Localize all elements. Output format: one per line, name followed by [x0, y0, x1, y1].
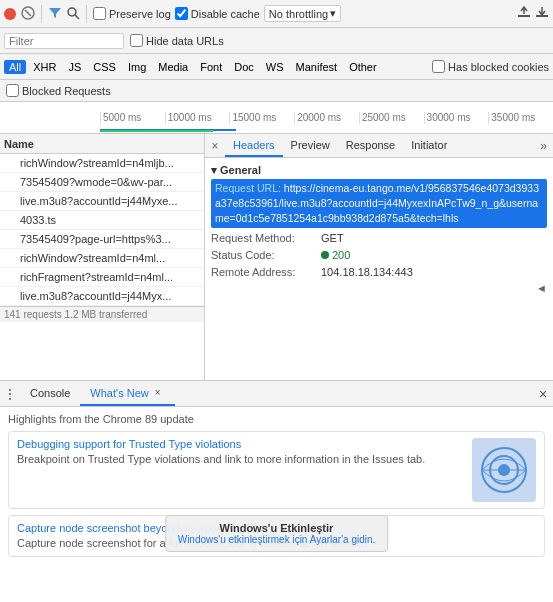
main-area: Name richWindow?streamId=n4mljb... 73545… [0, 134, 553, 380]
status-dot [321, 251, 329, 259]
tab-console[interactable]: Console [20, 381, 80, 406]
clear-icon[interactable] [21, 6, 35, 22]
detail-panel: × Headers Preview Response Initiator » ▾… [205, 134, 553, 380]
status-code-value: 200 [321, 247, 350, 263]
type-btn-js[interactable]: JS [63, 60, 86, 74]
timeline-ruler: 5000 ms 10000 ms 15000 ms 20000 ms 25000… [100, 112, 553, 124]
tab-whats-new[interactable]: What's New × [80, 381, 174, 406]
type-btn-media[interactable]: Media [153, 60, 193, 74]
update-card-1: Debugging support for Trusted Type viola… [8, 431, 545, 509]
type-btn-ws[interactable]: WS [261, 60, 289, 74]
remote-address-value: 104.18.18.134:443 [321, 264, 413, 280]
import-icon[interactable] [535, 6, 549, 22]
has-blocked-cookies-text: Has blocked cookies [448, 61, 549, 73]
remote-address-key: Remote Address: [211, 264, 321, 280]
tab-response[interactable]: Response [338, 134, 404, 157]
update-card-1-title[interactable]: Debugging support for Trusted Type viola… [17, 438, 241, 450]
tab-preview[interactable]: Preview [283, 134, 338, 157]
disable-cache-checkbox[interactable] [175, 7, 188, 20]
status-code-key: Status Code: [211, 247, 321, 263]
bottom-tabs: ⋮ Console What's New × × [0, 381, 553, 407]
toolbar-icons [4, 6, 35, 22]
request-url-block: Request URL: https://cinema-eu.tango.me/… [211, 179, 547, 228]
hide-data-urls-label[interactable]: Hide data URLs [130, 34, 224, 47]
throttle-chevron-icon: ▾ [330, 7, 336, 20]
throttle-button[interactable]: No throttling ▾ [264, 5, 341, 22]
request-method-row: Request Method: GET [211, 230, 547, 246]
name-column-header: Name [4, 138, 34, 150]
timeline: 5000 ms 10000 ms 15000 ms 20000 ms 25000… [0, 102, 553, 134]
export-icon[interactable] [517, 6, 531, 22]
update-card-2-title[interactable]: Capture node screenshot beyond viewport [17, 522, 224, 534]
type-btn-manifest[interactable]: Manifest [291, 60, 343, 74]
list-item[interactable]: 73545409?wmode=0&wv-par... [0, 173, 204, 192]
blocked-requests-text: Blocked Requests [22, 85, 111, 97]
tab-initiator[interactable]: Initiator [403, 134, 455, 157]
timeline-mark-4: 20000 ms [294, 112, 359, 124]
bottom-menu-icon[interactable]: ⋮ [0, 384, 20, 404]
type-bar-right: Has blocked cookies [432, 60, 549, 73]
update-card-2-desc: Capture node screenshot for a full node … [17, 536, 536, 550]
timeline-mark-3: 15000 ms [229, 112, 294, 124]
type-btn-font[interactable]: Font [195, 60, 227, 74]
type-btn-xhr[interactable]: XHR [28, 60, 61, 74]
disable-cache-label[interactable]: Disable cache [175, 7, 260, 20]
svg-line-1 [25, 10, 31, 16]
detail-content: ▾ General Request URL: https://cinema-eu… [205, 158, 553, 380]
type-btn-img[interactable]: Img [123, 60, 151, 74]
request-count: 141 requests 1.2 MB transferred [4, 309, 147, 320]
list-item[interactable]: richFragment?streamId=n4ml... [0, 268, 204, 287]
detail-tabs: × Headers Preview Response Initiator » [205, 134, 553, 158]
svg-point-2 [68, 8, 76, 16]
request-list: Name richWindow?streamId=n4mljb... 73545… [0, 134, 205, 380]
type-btn-doc[interactable]: Doc [229, 60, 259, 74]
bottom-panel-close-button[interactable]: × [533, 384, 553, 404]
preserve-log-label[interactable]: Preserve log [93, 7, 171, 20]
timeline-mark-2: 10000 ms [165, 112, 230, 124]
toolbar: Preserve log Disable cache No throttling… [0, 0, 553, 28]
list-item[interactable]: 73545409?page-url=https%3... [0, 230, 204, 249]
hide-data-urls-checkbox[interactable] [130, 34, 143, 47]
list-item[interactable]: richWindow?streamId=n4ml... [0, 249, 204, 268]
svg-rect-4 [518, 15, 530, 17]
request-method-value: GET [321, 230, 344, 246]
timeline-mark-7: 35000 ms [488, 112, 553, 124]
blocked-requests-bar: Blocked Requests [0, 80, 553, 102]
list-item[interactable]: 4033.ts [0, 211, 204, 230]
list-item[interactable]: richWindow?streamId=n4mljb... [0, 154, 204, 173]
detail-close-button[interactable]: × [205, 136, 225, 156]
blocked-requests-label[interactable]: Blocked Requests [6, 84, 111, 97]
list-item[interactable]: live.m3u8?accountId=j44Myx... [0, 287, 204, 306]
toolbar-divider-2 [86, 5, 87, 23]
detail-more-icon[interactable]: » [534, 139, 553, 153]
remote-address-row: Remote Address: 104.18.18.134:443 [211, 264, 547, 280]
request-method-key: Request Method: [211, 230, 321, 246]
throttle-label: No throttling [269, 8, 328, 20]
update-card-2-text: Capture node screenshot beyond viewport … [17, 522, 536, 550]
type-btn-all[interactable]: All [4, 60, 26, 74]
type-bar: All XHR JS CSS Img Media Font Doc WS Man… [0, 54, 553, 80]
svg-line-3 [75, 15, 79, 19]
whats-new-close-icon[interactable]: × [151, 386, 165, 400]
bottom-panel: ⋮ Console What's New × × Highlights from… [0, 380, 553, 572]
update-card-2: Capture node screenshot beyond viewport … [8, 515, 545, 557]
timeline-mark-6: 30000 ms [424, 112, 489, 124]
type-btn-other[interactable]: Other [344, 60, 382, 74]
highlight-title: Highlights from the Chrome 89 update [8, 413, 545, 425]
tab-headers[interactable]: Headers [225, 134, 283, 157]
type-btn-css[interactable]: CSS [88, 60, 121, 74]
filter-icon[interactable] [48, 6, 62, 22]
search-icon[interactable] [66, 6, 80, 22]
detail-section-general: ▾ General [211, 164, 547, 177]
has-blocked-cookies-label[interactable]: Has blocked cookies [432, 60, 549, 73]
has-blocked-cookies-checkbox[interactable] [432, 60, 445, 73]
list-item[interactable]: live.m3u8?accountId=j44Myxe... [0, 192, 204, 211]
blocked-requests-checkbox[interactable] [6, 84, 19, 97]
request-list-header: Name [0, 134, 204, 154]
status-code-row: Status Code: 200 [211, 247, 547, 263]
filter-input[interactable] [4, 33, 124, 49]
record-button[interactable] [4, 8, 16, 20]
update-card-1-text: Debugging support for Trusted Type viola… [17, 438, 464, 466]
preserve-log-checkbox[interactable] [93, 7, 106, 20]
update-card-1-desc: Breakpoint on Trusted Type violations an… [17, 452, 464, 466]
